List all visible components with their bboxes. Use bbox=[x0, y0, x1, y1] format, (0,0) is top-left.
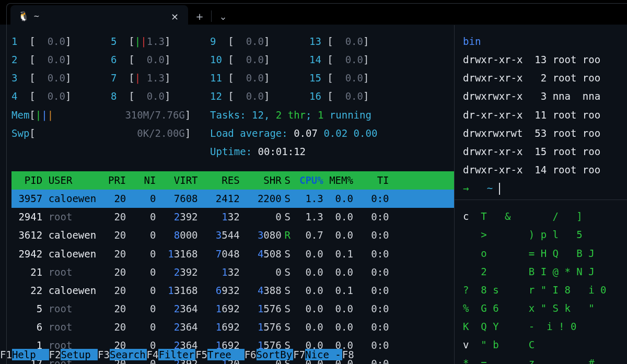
table-header[interactable]: PIDUSERPRINIVIRTRESSHRSCPU%MEM%TI bbox=[11, 171, 454, 190]
fn-key[interactable]: F4 bbox=[147, 349, 159, 360]
cmatrix-row: % G 6 x " S k " bbox=[463, 299, 627, 318]
titlebar: 🐧 ~ × + ⌄ bbox=[0, 0, 627, 25]
cmatrix-row: 2 B I @ * N J bbox=[463, 263, 627, 281]
cmatrix-row: ? 8 s r " I 8 i 0 bbox=[463, 281, 627, 299]
ls-row: drwxrwxrwt 53 root roo bbox=[463, 124, 627, 143]
ls-row: drwxr-xr-x 13 root roo bbox=[463, 51, 627, 69]
table-row[interactable]: 2941root20023921320S1.30.00:0 bbox=[11, 208, 454, 226]
ls-row: drwxr-xr-x 15 root roo bbox=[463, 143, 627, 161]
cmatrix-row: c T & / ] bbox=[463, 207, 627, 226]
fn-key[interactable]: F1 bbox=[0, 349, 12, 360]
cmatrix-row: o = H Q B J bbox=[463, 244, 627, 263]
table-row[interactable]: 6root200236416921576S0.00.00:0 bbox=[11, 318, 454, 336]
fn-key[interactable]: F8 bbox=[342, 349, 354, 360]
ls-pane[interactable]: bindrwxr-xr-x 13 root roodrwxr-xr-x 2 ro… bbox=[455, 25, 627, 200]
ls-row: drwxr-xr-x 2 root roo bbox=[463, 69, 627, 87]
ls-title: bin bbox=[463, 36, 481, 47]
tux-icon: 🐧 bbox=[18, 11, 27, 21]
shell-prompt[interactable]: → ~ bbox=[463, 179, 627, 197]
ls-row: drwxr-xr-x 14 root roo bbox=[463, 161, 627, 179]
cmatrix-row: K Q Y - i ! 0 bbox=[463, 318, 627, 336]
cmatrix-row: v " b C bbox=[463, 336, 627, 354]
htop-footer[interactable]: F1Help F2Setup F3SearchF4FilterF5Tree F6… bbox=[0, 346, 454, 364]
tab-actions: + ⌄ bbox=[188, 5, 235, 27]
fn-key[interactable]: F3 bbox=[98, 349, 110, 360]
fn-label[interactable]: Nice - bbox=[305, 349, 342, 360]
table-row[interactable]: 22caloewen2001316869324388S0.00.10:0 bbox=[11, 281, 454, 300]
process-table[interactable]: PIDUSERPRINIVIRTRESSHRSCPU%MEM%TI3957cal… bbox=[11, 171, 454, 364]
fn-key[interactable]: F2 bbox=[49, 349, 61, 360]
cmatrix-pane[interactable]: c T & / ] > ) p l 5 o = H Q B J 2 B I @ … bbox=[455, 200, 627, 364]
table-row[interactable]: 21root20023921320S0.00.00:0 bbox=[11, 263, 454, 281]
tab-active[interactable]: 🐧 ~ × bbox=[10, 5, 188, 27]
fn-label[interactable]: SortBy bbox=[257, 349, 294, 360]
fn-label[interactable]: Tree bbox=[207, 349, 245, 360]
right-column: bindrwxr-xr-x 13 root roodrwxr-xr-x 2 ro… bbox=[455, 25, 627, 364]
workspace: 1 [ 0.0]2 [ 0.0]3 [ 0.0]4 [ 0.0]5 [||1.3… bbox=[0, 25, 627, 364]
cmatrix-row: * = z # bbox=[463, 354, 627, 364]
tab-close-icon[interactable]: × bbox=[171, 11, 179, 22]
fn-label[interactable]: Filter bbox=[158, 349, 195, 360]
table-row[interactable]: 3612caloewen200800035443080R0.70.00:0 bbox=[11, 226, 454, 244]
fn-key[interactable]: F7 bbox=[293, 349, 305, 360]
tab-dropdown-icon[interactable]: ⌄ bbox=[212, 11, 235, 22]
cmatrix-row: > ) p l 5 bbox=[463, 226, 627, 244]
ls-row: drwxrwxr-x 3 nna nna bbox=[463, 87, 627, 105]
table-row[interactable]: 2942caloewen2001316870484508S0.00.10:0 bbox=[11, 245, 454, 263]
fn-key[interactable]: F5 bbox=[195, 349, 207, 360]
new-tab-button[interactable]: + bbox=[188, 11, 211, 22]
table-row[interactable]: 3957caloewen200760824122200S1.30.00:0 bbox=[11, 190, 454, 208]
ls-row: dr-xr-xr-x 11 root roo bbox=[463, 106, 627, 124]
fn-label[interactable]: Help bbox=[12, 349, 49, 360]
fn-label[interactable]: Setup bbox=[61, 349, 98, 360]
tab-title: ~ bbox=[33, 12, 40, 20]
cpu-meters: 1 [ 0.0]2 [ 0.0]3 [ 0.0]4 [ 0.0]5 [||1.3… bbox=[11, 32, 454, 106]
table-row[interactable]: 5root200236416921576S0.00.00:0 bbox=[11, 300, 454, 318]
fn-label[interactable]: Search bbox=[110, 349, 147, 360]
fn-key[interactable]: F6 bbox=[245, 349, 257, 360]
htop-pane[interactable]: 1 [ 0.0]2 [ 0.0]3 [ 0.0]4 [ 0.0]5 [||1.3… bbox=[0, 25, 455, 364]
